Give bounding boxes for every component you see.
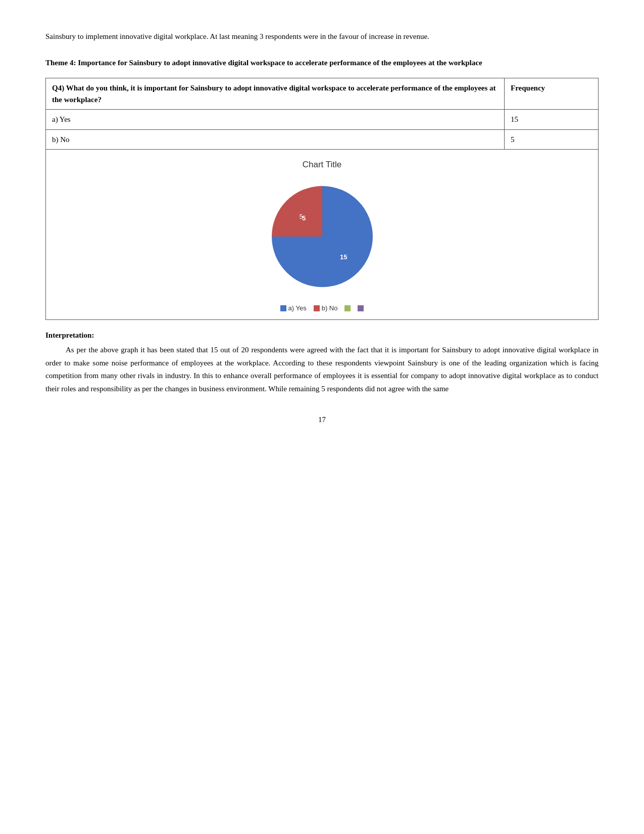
interpretation-section: Interpretation: As per the above graph i…: [45, 331, 599, 395]
legend-extra1-box: [344, 305, 351, 311]
legend-extra2-box: [358, 305, 364, 311]
legend-yes-label: a) Yes: [288, 304, 307, 312]
legend-extra1: [344, 305, 351, 311]
page-number: 17: [45, 415, 599, 424]
legend-no: b) No: [314, 304, 338, 312]
answer-no-label: b) No: [46, 129, 505, 150]
interpretation-body: As per the above graph it has been state…: [45, 344, 599, 395]
answer-yes-value: 15: [505, 110, 599, 130]
intro-paragraph: Sainsbury to implement innovative digita…: [45, 30, 599, 42]
interpretation-paragraph: As per the above graph it has been state…: [45, 344, 599, 395]
pie-slice-no: [272, 186, 322, 237]
pie-chart: 15 5 15 5: [241, 176, 403, 297]
data-table: Q4) What do you think, it is important f…: [45, 78, 599, 150]
answer-no-value: 5: [505, 129, 599, 150]
pie-value-no: 5: [302, 214, 306, 222]
legend-extra2: [358, 305, 364, 311]
legend-no-box: [314, 305, 320, 311]
chart-container: Chart Title 15 5 15 5 a) Yes b) No: [45, 150, 599, 320]
legend-yes: a) Yes: [280, 304, 307, 312]
legend-yes-box: [280, 305, 286, 311]
legend-no-label: b) No: [322, 304, 338, 312]
chart-title: Chart Title: [303, 160, 341, 170]
theme-heading: Theme 4: Importance for Sainsbury to ado…: [45, 57, 599, 69]
question-cell: Q4) What do you think, it is important f…: [46, 78, 505, 110]
pie-value-yes: 15: [340, 253, 347, 261]
chart-legend: a) Yes b) No: [280, 304, 364, 312]
interpretation-heading: Interpretation:: [45, 331, 599, 340]
frequency-header: Frequency: [505, 78, 599, 110]
answer-yes-label: a) Yes: [46, 110, 505, 130]
